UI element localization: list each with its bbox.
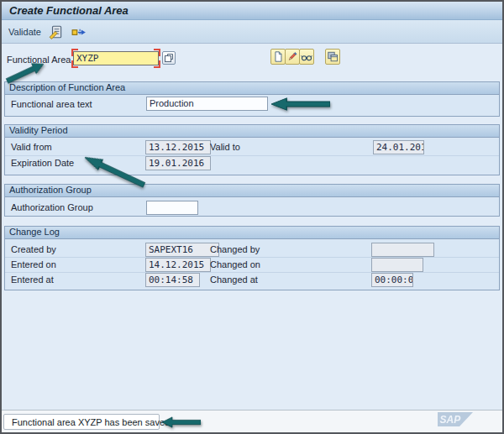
status-message-text: Functional area XYZP has been saved — [12, 417, 170, 427]
functional-area-input[interactable]: XYZP — [73, 51, 159, 65]
changed-by-field — [371, 243, 434, 257]
edit-button[interactable] — [285, 49, 300, 65]
matchcode-dropdown-icon — [164, 53, 174, 63]
display-log-icon[interactable] — [49, 24, 64, 39]
valid-to-field: 24.01.2016 — [373, 140, 424, 154]
matchcode-dropdown-button[interactable] — [162, 51, 176, 65]
section-description: Description of Function Area Functional … — [4, 81, 500, 117]
row-separator — [5, 155, 499, 156]
annotation-arrow-status-message — [162, 416, 201, 428]
edit-icon — [286, 50, 298, 63]
sap-create-functional-area-window: Create Functional Area Validate Function… — [0, 0, 504, 434]
expiration-date-field: 19.01.2016 — [145, 156, 211, 170]
valid-to-label: Valid to — [210, 142, 240, 152]
sap-logo: SAP — [438, 412, 473, 426]
status-bar: Functional area XYZP has been saved SAP — [2, 410, 502, 432]
sap-logo-text: SAP — [440, 414, 462, 426]
annotation-arrow-description-text — [271, 97, 330, 111]
expiration-date-label: Expiration Date — [11, 158, 74, 168]
created-by-label: Created by — [11, 244, 56, 254]
copy-button[interactable] — [325, 49, 340, 65]
status-message-box[interactable]: Functional area XYZP has been saved — [3, 414, 160, 430]
authorization-group-label: Authorization Group — [11, 202, 93, 212]
section-change-log-title: Change Log — [5, 227, 499, 239]
copy-icon — [327, 50, 339, 63]
changed-by-label: Changed by — [210, 244, 260, 254]
window-title-bar: Create Functional Area — [2, 2, 502, 20]
create-icon — [272, 50, 284, 63]
entered-at-field: 00:14:58 — [145, 273, 200, 287]
changed-at-field: 00:00:00 — [371, 273, 413, 287]
entered-on-field: 14.12.2015 — [145, 258, 211, 272]
page-title: Create Functional Area — [9, 4, 129, 17]
valid-from-label: Valid from — [11, 142, 52, 152]
created-by-field: SAPEXT16 — [145, 243, 219, 257]
row-separator — [5, 257, 499, 258]
functional-area-text-label: Functional area text — [11, 99, 92, 109]
selection-corner — [71, 49, 78, 56]
section-authorization-group: Authorization Group Authorization Group — [4, 184, 500, 217]
other-functional-area-icon[interactable] — [71, 24, 87, 39]
authorization-group-input[interactable] — [146, 201, 198, 215]
validate-button[interactable]: Validate — [8, 27, 41, 37]
section-validity-period: Validity Period Valid from 13.12.2015 Va… — [4, 124, 500, 175]
section-validity-title: Validity Period — [5, 125, 499, 138]
section-authorization-title: Authorization Group — [5, 185, 499, 197]
row-separator — [5, 272, 499, 273]
application-toolbar: Validate — [2, 20, 502, 44]
entered-at-label: Entered at — [11, 275, 54, 285]
selection-corner — [154, 49, 160, 56]
selection-corner — [71, 60, 78, 68]
create-button[interactable] — [270, 49, 286, 65]
changed-on-field — [371, 258, 423, 272]
display-button[interactable] — [299, 49, 314, 65]
section-change-log: Change Log Created by SAPEXT16 Changed b… — [4, 226, 500, 290]
display-glasses-icon — [301, 50, 312, 63]
functional-area-field-wrapper: XYZP — [72, 50, 160, 66]
entered-on-label: Entered on — [11, 259, 56, 269]
valid-from-field: 13.12.2015 — [145, 140, 211, 154]
selection-corner — [154, 60, 160, 68]
functional-area-text-input[interactable]: Production — [146, 97, 268, 111]
changed-on-label: Changed on — [210, 259, 260, 269]
section-description-title: Description of Function Area — [5, 82, 499, 95]
changed-at-label: Changed at — [210, 275, 258, 285]
